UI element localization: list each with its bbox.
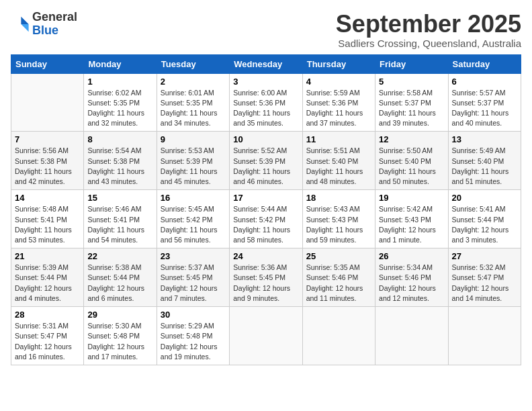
svg-marker-1 bbox=[21, 24, 28, 32]
cell-line: and 19 minutes. bbox=[161, 352, 226, 362]
cell-line: Daylight: 12 hours bbox=[15, 283, 80, 293]
day-number: 24 bbox=[233, 251, 298, 261]
cell-line: Sunrise: 5:44 AM bbox=[233, 204, 298, 214]
cell-content: Sunrise: 5:29 AMSunset: 5:48 PMDaylight:… bbox=[161, 321, 226, 362]
cell-line: and 16 minutes. bbox=[15, 352, 80, 362]
day-number: 13 bbox=[452, 134, 517, 144]
calendar-cell: 10Sunrise: 5:52 AMSunset: 5:39 PMDayligh… bbox=[230, 132, 302, 190]
cell-line: Sunset: 5:43 PM bbox=[306, 215, 371, 225]
day-number: 9 bbox=[161, 134, 226, 144]
cell-line: Sunset: 5:36 PM bbox=[306, 98, 371, 108]
cell-line: Sunrise: 5:49 AM bbox=[452, 146, 517, 156]
cell-line: Sunset: 5:48 PM bbox=[87, 331, 152, 341]
cell-line: and 51 minutes. bbox=[452, 177, 517, 187]
cell-line: Sunset: 5:44 PM bbox=[452, 215, 517, 225]
calendar-cell: 30Sunrise: 5:29 AMSunset: 5:48 PMDayligh… bbox=[157, 307, 229, 365]
day-number: 7 bbox=[15, 134, 80, 144]
cell-line: Sunset: 5:38 PM bbox=[15, 156, 80, 167]
cell-line: Sunrise: 5:32 AM bbox=[452, 263, 517, 273]
cell-line: Daylight: 11 hours bbox=[161, 167, 226, 177]
day-number: 4 bbox=[306, 77, 371, 87]
calendar-cell: 20Sunrise: 5:41 AMSunset: 5:44 PMDayligh… bbox=[448, 190, 521, 248]
cell-line: and 43 minutes. bbox=[87, 177, 152, 187]
calendar-cell: 15Sunrise: 5:46 AMSunset: 5:41 PMDayligh… bbox=[84, 190, 157, 248]
cell-line: and 6 minutes. bbox=[87, 293, 152, 304]
cell-line: and 1 minute. bbox=[379, 235, 444, 245]
cell-line: Sunset: 5:36 PM bbox=[233, 98, 298, 108]
cell-line: Daylight: 11 hours bbox=[87, 167, 152, 177]
cell-line: Sunrise: 5:41 AM bbox=[452, 204, 517, 214]
page-header: General Blue September 2025 Sadliers Cro… bbox=[11, 11, 521, 49]
cell-line: Sunrise: 6:02 AM bbox=[87, 88, 152, 98]
cell-content: Sunrise: 5:38 AMSunset: 5:44 PMDaylight:… bbox=[87, 263, 152, 304]
cell-line: and 12 minutes. bbox=[379, 293, 444, 304]
cell-line: Sunrise: 5:31 AM bbox=[15, 321, 80, 331]
cell-line: Sunset: 5:39 PM bbox=[233, 156, 298, 167]
title-block: September 2025 Sadliers Crossing, Queens… bbox=[336, 11, 521, 49]
cell-line: Sunset: 5:40 PM bbox=[306, 156, 371, 167]
cell-line: Sunrise: 5:57 AM bbox=[452, 88, 517, 98]
cell-content: Sunrise: 6:00 AMSunset: 5:36 PMDaylight:… bbox=[233, 88, 298, 129]
calendar-cell: 12Sunrise: 5:50 AMSunset: 5:40 PMDayligh… bbox=[375, 132, 448, 190]
cell-line: and 3 minutes. bbox=[452, 235, 517, 245]
cell-line: Sunrise: 5:30 AM bbox=[87, 321, 152, 331]
cell-content: Sunrise: 5:49 AMSunset: 5:40 PMDaylight:… bbox=[452, 146, 517, 187]
calendar-cell: 27Sunrise: 5:32 AMSunset: 5:47 PMDayligh… bbox=[448, 248, 521, 307]
cell-content: Sunrise: 5:43 AMSunset: 5:43 PMDaylight:… bbox=[306, 204, 371, 245]
cell-line: Sunrise: 5:53 AM bbox=[161, 146, 226, 156]
calendar-cell: 23Sunrise: 5:37 AMSunset: 5:45 PMDayligh… bbox=[157, 248, 229, 307]
cell-content: Sunrise: 5:37 AMSunset: 5:45 PMDaylight:… bbox=[161, 263, 226, 304]
cell-line: Daylight: 11 hours bbox=[452, 167, 517, 177]
cell-content: Sunrise: 5:39 AMSunset: 5:44 PMDaylight:… bbox=[15, 263, 80, 304]
cell-line: and 45 minutes. bbox=[161, 177, 226, 187]
calendar-week-4: 21Sunrise: 5:39 AMSunset: 5:44 PMDayligh… bbox=[11, 248, 521, 307]
cell-line: Daylight: 12 hours bbox=[87, 283, 152, 293]
logo-text: General Blue bbox=[32, 11, 77, 38]
column-header-monday: Monday bbox=[84, 54, 157, 73]
calendar-cell: 28Sunrise: 5:31 AMSunset: 5:47 PMDayligh… bbox=[11, 307, 84, 365]
day-number: 12 bbox=[379, 134, 444, 144]
calendar-header-row: SundayMondayTuesdayWednesdayThursdayFrid… bbox=[11, 54, 521, 73]
day-number: 18 bbox=[306, 193, 371, 203]
cell-line: and 7 minutes. bbox=[161, 293, 226, 304]
cell-content: Sunrise: 5:35 AMSunset: 5:46 PMDaylight:… bbox=[306, 263, 371, 304]
calendar-cell: 2Sunrise: 6:01 AMSunset: 5:35 PMDaylight… bbox=[157, 73, 229, 132]
cell-line: Sunrise: 5:54 AM bbox=[87, 146, 152, 156]
day-number: 3 bbox=[233, 77, 298, 87]
cell-line: and 39 minutes. bbox=[379, 118, 444, 128]
day-number: 19 bbox=[379, 193, 444, 203]
cell-line: and 59 minutes. bbox=[306, 235, 371, 245]
cell-line: Sunset: 5:37 PM bbox=[379, 98, 444, 108]
cell-line: Sunrise: 5:48 AM bbox=[15, 204, 80, 214]
cell-line: and 14 minutes. bbox=[452, 293, 517, 304]
cell-line: Daylight: 11 hours bbox=[306, 167, 371, 177]
day-number: 30 bbox=[161, 310, 226, 320]
day-number: 14 bbox=[15, 193, 80, 203]
cell-line: Sunset: 5:47 PM bbox=[452, 273, 517, 283]
cell-line: Sunset: 5:37 PM bbox=[452, 98, 517, 108]
cell-line: Sunset: 5:41 PM bbox=[87, 215, 152, 225]
cell-line: Sunrise: 5:56 AM bbox=[15, 146, 80, 156]
cell-line: Sunset: 5:47 PM bbox=[15, 331, 80, 341]
calendar-cell: 29Sunrise: 5:30 AMSunset: 5:48 PMDayligh… bbox=[84, 307, 157, 365]
day-number: 15 bbox=[87, 193, 152, 203]
cell-line: Sunset: 5:41 PM bbox=[15, 215, 80, 225]
calendar-cell: 13Sunrise: 5:49 AMSunset: 5:40 PMDayligh… bbox=[448, 132, 521, 190]
calendar-week-5: 28Sunrise: 5:31 AMSunset: 5:47 PMDayligh… bbox=[11, 307, 521, 365]
cell-line: Daylight: 11 hours bbox=[379, 108, 444, 118]
cell-content: Sunrise: 5:44 AMSunset: 5:42 PMDaylight:… bbox=[233, 204, 298, 245]
cell-line: Daylight: 11 hours bbox=[161, 225, 226, 235]
cell-line: Sunset: 5:42 PM bbox=[161, 215, 226, 225]
cell-content: Sunrise: 5:30 AMSunset: 5:48 PMDaylight:… bbox=[87, 321, 152, 362]
cell-line: Sunrise: 5:38 AM bbox=[87, 263, 152, 273]
cell-line: Daylight: 12 hours bbox=[161, 342, 226, 352]
calendar-cell: 16Sunrise: 5:45 AMSunset: 5:42 PMDayligh… bbox=[157, 190, 229, 248]
day-number: 1 bbox=[87, 77, 152, 87]
cell-line: and 42 minutes. bbox=[15, 177, 80, 187]
cell-line: and 58 minutes. bbox=[233, 235, 298, 245]
calendar-cell: 1Sunrise: 6:02 AMSunset: 5:35 PMDaylight… bbox=[84, 73, 157, 132]
calendar-cell bbox=[230, 307, 302, 365]
column-header-wednesday: Wednesday bbox=[230, 54, 302, 73]
day-number: 20 bbox=[452, 193, 517, 203]
cell-line: and 53 minutes. bbox=[15, 235, 80, 245]
